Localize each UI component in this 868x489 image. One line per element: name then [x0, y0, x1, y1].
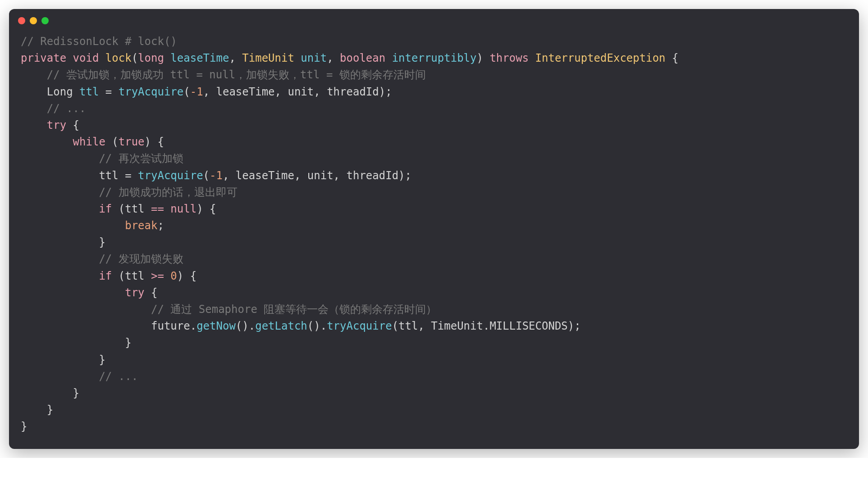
code-punc: (: [105, 136, 119, 148]
code-keyword: if: [21, 203, 112, 215]
code-type: TimeUnit: [242, 52, 294, 64]
code-var: ttl: [79, 86, 99, 98]
code-method: tryAcquire: [327, 320, 392, 332]
code-op: >=: [151, 270, 164, 282]
code-punc: }: [21, 336, 132, 349]
code-keyword: void: [73, 52, 99, 64]
code-number: 0: [170, 270, 177, 282]
code-comment: // RedissonLock # lock(): [21, 35, 177, 48]
code-method: tryAcquire: [119, 86, 184, 98]
code-text: , leaseTime, unit, threadId);: [203, 86, 392, 98]
code-punc: ;: [157, 219, 164, 232]
code-punc: {: [145, 286, 158, 299]
code-punc: }: [21, 403, 53, 416]
code-keyword: try: [21, 119, 66, 131]
code-punc: ) {: [196, 203, 216, 215]
code-punc: ,: [327, 52, 340, 64]
code-punc: {: [666, 52, 679, 64]
code-punc: ) {: [177, 270, 196, 282]
code-text: , leaseTime, unit, threadId);: [223, 169, 411, 182]
code-comment: // 发现加锁失败: [21, 253, 183, 265]
code-keyword: throws: [483, 52, 535, 64]
code-punc: ().: [236, 320, 255, 332]
code-punc: }: [21, 353, 105, 366]
code-type: long: [138, 52, 164, 64]
code-punc: ) {: [145, 136, 164, 148]
code-text: [164, 270, 170, 282]
code-punc: (: [132, 52, 138, 64]
code-punc: =: [99, 86, 118, 98]
code-punc: ,: [229, 52, 242, 64]
code-text: (ttl, TimeUnit.MILLISECONDS);: [392, 320, 581, 332]
code-punc: (: [203, 169, 210, 182]
code-number: -1: [190, 86, 203, 98]
code-block: // RedissonLock # lock() private void lo…: [9, 28, 859, 449]
code-punc: {: [66, 119, 79, 131]
code-op: ==: [151, 203, 164, 215]
code-type: InterruptedException: [535, 52, 666, 64]
code-method: tryAcquire: [138, 169, 203, 182]
minimize-icon[interactable]: [30, 17, 37, 24]
close-icon[interactable]: [18, 17, 25, 24]
code-punc: ): [477, 52, 483, 64]
code-method: getNow: [196, 320, 236, 332]
code-keyword: private: [21, 52, 66, 64]
code-keyword: try: [21, 286, 145, 299]
code-type: boolean: [340, 52, 385, 64]
code-method-name: lock: [105, 52, 132, 64]
code-comment: // 再次尝试加锁: [21, 152, 183, 165]
code-comment: // ...: [21, 102, 86, 115]
code-text: (ttl: [112, 203, 151, 215]
code-text: future.: [21, 320, 196, 332]
code-window: // RedissonLock # lock() private void lo…: [9, 9, 859, 449]
code-comment: // 加锁成功的话，退出即可: [21, 186, 238, 199]
code-text: ttl =: [21, 169, 138, 182]
code-param: unit: [294, 52, 327, 64]
code-keyword: null: [164, 203, 196, 215]
maximize-icon[interactable]: [41, 17, 49, 24]
code-keyword: true: [119, 136, 145, 148]
code-punc: }: [21, 236, 105, 249]
code-text: (ttl: [112, 270, 151, 282]
code-punc: ().: [307, 320, 327, 332]
code-punc: }: [21, 420, 27, 433]
code-text: Long: [21, 86, 79, 98]
code-punc: (: [183, 86, 190, 98]
code-comment: // 通过 Semaphore 阻塞等待一会（锁的剩余存活时间）: [21, 303, 437, 316]
code-keyword: if: [21, 270, 112, 282]
code-keyword: while: [21, 136, 105, 148]
code-method: getLatch: [255, 320, 307, 332]
code-number: -1: [210, 169, 223, 182]
titlebar: [9, 9, 859, 28]
code-punc: }: [21, 387, 79, 399]
code-param: leaseTime: [164, 52, 229, 64]
code-keyword: break: [21, 219, 157, 232]
code-comment: // 尝试加锁，加锁成功 ttl = null，加锁失败，ttl = 锁的剩余存…: [21, 68, 426, 81]
code-param: interruptibly: [385, 52, 476, 64]
code-comment: // ...: [21, 370, 138, 383]
